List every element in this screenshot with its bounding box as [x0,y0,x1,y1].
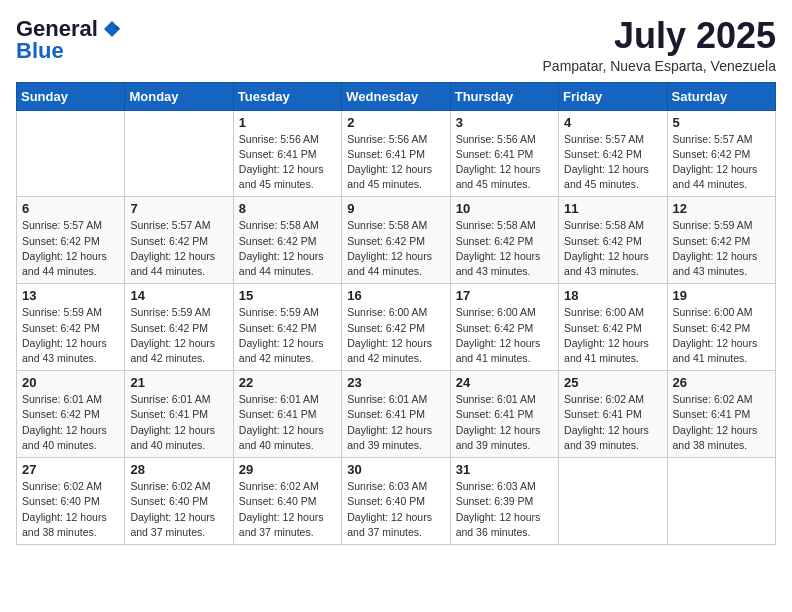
day-detail: Sunrise: 6:02 AM Sunset: 6:41 PM Dayligh… [673,392,770,453]
calendar-cell: 16Sunrise: 6:00 AM Sunset: 6:42 PM Dayli… [342,284,450,371]
day-number: 14 [130,288,227,303]
day-number: 19 [673,288,770,303]
day-number: 18 [564,288,661,303]
day-detail: Sunrise: 6:02 AM Sunset: 6:40 PM Dayligh… [22,479,119,540]
day-header-monday: Monday [125,82,233,110]
logo: General Blue [16,16,122,64]
day-detail: Sunrise: 6:03 AM Sunset: 6:40 PM Dayligh… [347,479,444,540]
calendar-cell: 7Sunrise: 5:57 AM Sunset: 6:42 PM Daylig… [125,197,233,284]
day-detail: Sunrise: 6:00 AM Sunset: 6:42 PM Dayligh… [564,305,661,366]
day-number: 13 [22,288,119,303]
day-number: 9 [347,201,444,216]
day-number: 8 [239,201,336,216]
calendar-cell: 6Sunrise: 5:57 AM Sunset: 6:42 PM Daylig… [17,197,125,284]
day-number: 6 [22,201,119,216]
calendar-header-row: SundayMondayTuesdayWednesdayThursdayFrid… [17,82,776,110]
calendar-cell: 21Sunrise: 6:01 AM Sunset: 6:41 PM Dayli… [125,371,233,458]
day-number: 4 [564,115,661,130]
day-number: 15 [239,288,336,303]
day-detail: Sunrise: 5:56 AM Sunset: 6:41 PM Dayligh… [239,132,336,193]
calendar-cell: 12Sunrise: 5:59 AM Sunset: 6:42 PM Dayli… [667,197,775,284]
day-number: 17 [456,288,553,303]
calendar-cell [125,110,233,197]
calendar-cell: 20Sunrise: 6:01 AM Sunset: 6:42 PM Dayli… [17,371,125,458]
calendar-cell: 3Sunrise: 5:56 AM Sunset: 6:41 PM Daylig… [450,110,558,197]
calendar-cell: 29Sunrise: 6:02 AM Sunset: 6:40 PM Dayli… [233,458,341,545]
day-detail: Sunrise: 5:57 AM Sunset: 6:42 PM Dayligh… [564,132,661,193]
day-number: 5 [673,115,770,130]
calendar-week-2: 6Sunrise: 5:57 AM Sunset: 6:42 PM Daylig… [17,197,776,284]
month-title: July 2025 [543,16,776,56]
calendar-cell: 1Sunrise: 5:56 AM Sunset: 6:41 PM Daylig… [233,110,341,197]
day-number: 7 [130,201,227,216]
calendar-cell [17,110,125,197]
day-detail: Sunrise: 6:03 AM Sunset: 6:39 PM Dayligh… [456,479,553,540]
day-detail: Sunrise: 5:57 AM Sunset: 6:42 PM Dayligh… [673,132,770,193]
day-detail: Sunrise: 5:56 AM Sunset: 6:41 PM Dayligh… [347,132,444,193]
day-number: 29 [239,462,336,477]
day-detail: Sunrise: 6:01 AM Sunset: 6:41 PM Dayligh… [239,392,336,453]
day-detail: Sunrise: 6:00 AM Sunset: 6:42 PM Dayligh… [456,305,553,366]
calendar-cell: 25Sunrise: 6:02 AM Sunset: 6:41 PM Dayli… [559,371,667,458]
day-detail: Sunrise: 6:02 AM Sunset: 6:40 PM Dayligh… [130,479,227,540]
calendar-cell: 8Sunrise: 5:58 AM Sunset: 6:42 PM Daylig… [233,197,341,284]
day-detail: Sunrise: 5:56 AM Sunset: 6:41 PM Dayligh… [456,132,553,193]
day-detail: Sunrise: 5:57 AM Sunset: 6:42 PM Dayligh… [130,218,227,279]
day-detail: Sunrise: 6:02 AM Sunset: 6:40 PM Dayligh… [239,479,336,540]
calendar-cell: 30Sunrise: 6:03 AM Sunset: 6:40 PM Dayli… [342,458,450,545]
day-number: 24 [456,375,553,390]
day-number: 21 [130,375,227,390]
day-header-thursday: Thursday [450,82,558,110]
day-header-friday: Friday [559,82,667,110]
calendar: SundayMondayTuesdayWednesdayThursdayFrid… [16,82,776,545]
day-number: 28 [130,462,227,477]
day-number: 31 [456,462,553,477]
day-detail: Sunrise: 6:00 AM Sunset: 6:42 PM Dayligh… [673,305,770,366]
calendar-cell: 17Sunrise: 6:00 AM Sunset: 6:42 PM Dayli… [450,284,558,371]
day-number: 25 [564,375,661,390]
day-number: 23 [347,375,444,390]
day-header-tuesday: Tuesday [233,82,341,110]
calendar-cell: 5Sunrise: 5:57 AM Sunset: 6:42 PM Daylig… [667,110,775,197]
day-number: 12 [673,201,770,216]
calendar-cell [559,458,667,545]
calendar-cell: 26Sunrise: 6:02 AM Sunset: 6:41 PM Dayli… [667,371,775,458]
calendar-cell: 10Sunrise: 5:58 AM Sunset: 6:42 PM Dayli… [450,197,558,284]
calendar-cell: 13Sunrise: 5:59 AM Sunset: 6:42 PM Dayli… [17,284,125,371]
day-number: 2 [347,115,444,130]
calendar-cell: 19Sunrise: 6:00 AM Sunset: 6:42 PM Dayli… [667,284,775,371]
day-detail: Sunrise: 6:02 AM Sunset: 6:41 PM Dayligh… [564,392,661,453]
calendar-week-1: 1Sunrise: 5:56 AM Sunset: 6:41 PM Daylig… [17,110,776,197]
day-number: 16 [347,288,444,303]
day-detail: Sunrise: 5:57 AM Sunset: 6:42 PM Dayligh… [22,218,119,279]
calendar-cell: 2Sunrise: 5:56 AM Sunset: 6:41 PM Daylig… [342,110,450,197]
day-number: 11 [564,201,661,216]
calendar-week-5: 27Sunrise: 6:02 AM Sunset: 6:40 PM Dayli… [17,458,776,545]
calendar-cell [667,458,775,545]
calendar-cell: 18Sunrise: 6:00 AM Sunset: 6:42 PM Dayli… [559,284,667,371]
day-detail: Sunrise: 6:00 AM Sunset: 6:42 PM Dayligh… [347,305,444,366]
calendar-cell: 24Sunrise: 6:01 AM Sunset: 6:41 PM Dayli… [450,371,558,458]
day-detail: Sunrise: 6:01 AM Sunset: 6:41 PM Dayligh… [347,392,444,453]
title-block: July 2025 Pampatar, Nueva Esparta, Venez… [543,16,776,74]
day-number: 20 [22,375,119,390]
day-detail: Sunrise: 6:01 AM Sunset: 6:42 PM Dayligh… [22,392,119,453]
page-header: General Blue July 2025 Pampatar, Nueva E… [16,16,776,74]
day-number: 3 [456,115,553,130]
day-detail: Sunrise: 5:58 AM Sunset: 6:42 PM Dayligh… [564,218,661,279]
calendar-cell: 23Sunrise: 6:01 AM Sunset: 6:41 PM Dayli… [342,371,450,458]
location: Pampatar, Nueva Esparta, Venezuela [543,58,776,74]
calendar-cell: 22Sunrise: 6:01 AM Sunset: 6:41 PM Dayli… [233,371,341,458]
calendar-cell: 4Sunrise: 5:57 AM Sunset: 6:42 PM Daylig… [559,110,667,197]
day-number: 30 [347,462,444,477]
calendar-body: 1Sunrise: 5:56 AM Sunset: 6:41 PM Daylig… [17,110,776,544]
calendar-cell: 14Sunrise: 5:59 AM Sunset: 6:42 PM Dayli… [125,284,233,371]
day-detail: Sunrise: 5:59 AM Sunset: 6:42 PM Dayligh… [22,305,119,366]
day-number: 1 [239,115,336,130]
day-detail: Sunrise: 5:58 AM Sunset: 6:42 PM Dayligh… [239,218,336,279]
calendar-week-4: 20Sunrise: 6:01 AM Sunset: 6:42 PM Dayli… [17,371,776,458]
day-detail: Sunrise: 5:59 AM Sunset: 6:42 PM Dayligh… [673,218,770,279]
calendar-cell: 15Sunrise: 5:59 AM Sunset: 6:42 PM Dayli… [233,284,341,371]
calendar-cell: 28Sunrise: 6:02 AM Sunset: 6:40 PM Dayli… [125,458,233,545]
logo-blue: Blue [16,38,64,64]
